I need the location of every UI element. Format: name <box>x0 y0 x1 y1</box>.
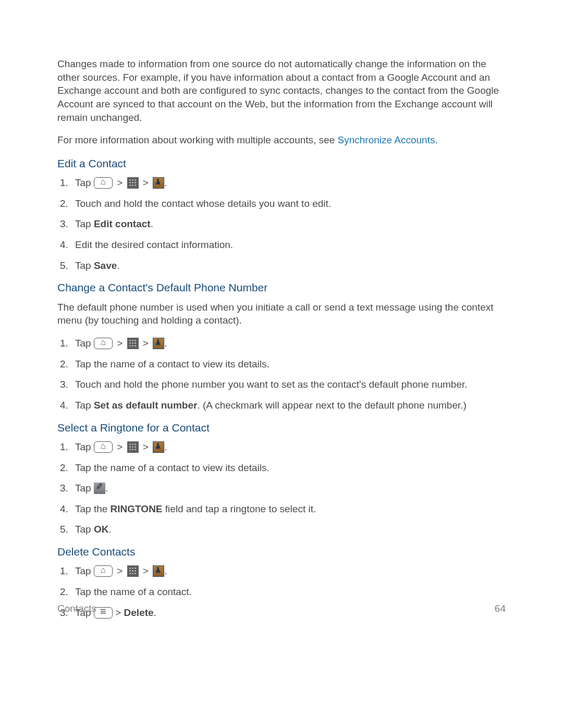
edit-step-5: Tap Save. <box>71 259 506 273</box>
ringtone-step-5: Tap OK. <box>71 523 506 536</box>
default-step-1: Tap > > . <box>71 337 506 350</box>
tap-label: Tap <box>75 483 94 493</box>
suffix: field and tap a ringtone to select it. <box>163 503 316 514</box>
separator: > <box>143 441 151 452</box>
heading-delete: Delete Contacts <box>57 545 506 559</box>
contacts-icon <box>153 338 164 349</box>
edit-step-1: Tap > > . <box>71 176 506 190</box>
prefix: Tap <box>75 218 94 229</box>
period: . <box>164 338 167 349</box>
heading-ringtone: Select a Ringtone for a Contact <box>57 421 506 435</box>
ringtone-step-2: Tap the name of a contact to view its de… <box>71 461 506 475</box>
prefix: Tap <box>75 260 94 271</box>
prefix: Tap the <box>75 503 111 514</box>
heading-edit-contact: Edit a Contact <box>57 156 506 171</box>
tap-label: Tap <box>75 441 94 452</box>
ringtone-steps: Tap > > . Tap the name of a contact to v… <box>57 440 506 536</box>
suffix: . <box>151 218 153 229</box>
period: . <box>164 177 167 188</box>
page-footer: Contacts 64 <box>57 602 506 615</box>
home-icon <box>94 565 113 577</box>
separator: > <box>143 338 151 349</box>
intro-paragraph-1: Changes made to information from one sou… <box>57 57 506 124</box>
footer-page-number: 64 <box>495 602 506 615</box>
intro-p2-suffix: . <box>435 134 437 145</box>
tap-label: Tap <box>75 177 94 188</box>
set-default-bold: Set as default number <box>94 400 198 411</box>
apps-icon <box>127 338 139 349</box>
heading-default-number: Change a Contact's Default Phone Number <box>57 280 506 295</box>
ringtone-step-3: Tap . <box>71 482 506 495</box>
contacts-icon <box>153 441 164 453</box>
ok-bold: OK <box>94 524 109 535</box>
default-number-steps: Tap > > . Tap the name of a contact to v… <box>57 337 506 412</box>
default-step-4: Tap Set as default number. (A checkmark … <box>71 399 506 412</box>
separator: > <box>143 177 151 188</box>
edit-step-4: Edit the desired contact information. <box>71 238 506 252</box>
suffix: . (A checkmark will appear next to the d… <box>197 400 466 411</box>
ringtone-bold: RINGTONE <box>111 503 163 514</box>
period: . <box>164 441 167 452</box>
home-icon <box>94 441 113 453</box>
separator: > <box>117 565 125 576</box>
default-number-intro: The default phone number is used when yo… <box>57 301 506 327</box>
delete-step-2: Tap the name of a contact. <box>71 585 506 599</box>
period: . <box>164 565 167 576</box>
apps-icon <box>127 177 139 189</box>
ringtone-step-1: Tap > > . <box>71 440 506 454</box>
synchronize-accounts-link[interactable]: Synchronize Accounts <box>338 134 435 145</box>
tap-label: Tap <box>75 565 94 576</box>
intro-paragraph-2: For more information about working with … <box>57 133 506 147</box>
tap-label: Tap <box>75 338 94 349</box>
edit-contact-bold: Edit contact <box>94 218 151 229</box>
ringtone-step-4: Tap the RINGTONE field and tap a rington… <box>71 502 506 516</box>
contacts-icon <box>153 177 164 189</box>
prefix: Tap <box>75 524 94 535</box>
suffix: . <box>108 524 111 535</box>
separator: > <box>117 338 125 349</box>
apps-icon <box>127 441 139 453</box>
default-step-2: Tap the name of a contact to view its de… <box>71 357 506 371</box>
edit-icon <box>94 483 105 494</box>
edit-step-3: Tap Edit contact. <box>71 217 506 231</box>
edit-step-2: Touch and hold the contact whose details… <box>71 197 506 211</box>
apps-icon <box>127 565 139 577</box>
separator: > <box>117 441 125 452</box>
prefix: Tap <box>75 400 94 411</box>
suffix: . <box>117 260 119 271</box>
footer-section: Contacts <box>57 602 96 615</box>
contacts-icon <box>153 565 164 577</box>
edit-contact-steps: Tap > > . Touch and hold the contact who… <box>57 176 506 272</box>
home-icon <box>94 177 113 189</box>
delete-step-1: Tap > > . <box>71 564 506 578</box>
separator: > <box>117 177 125 188</box>
home-icon <box>94 338 113 349</box>
save-bold: Save <box>94 260 117 271</box>
intro-p2-prefix: For more information about working with … <box>57 134 338 145</box>
separator: > <box>143 565 151 576</box>
default-step-3: Touch and hold the phone number you want… <box>71 378 506 391</box>
